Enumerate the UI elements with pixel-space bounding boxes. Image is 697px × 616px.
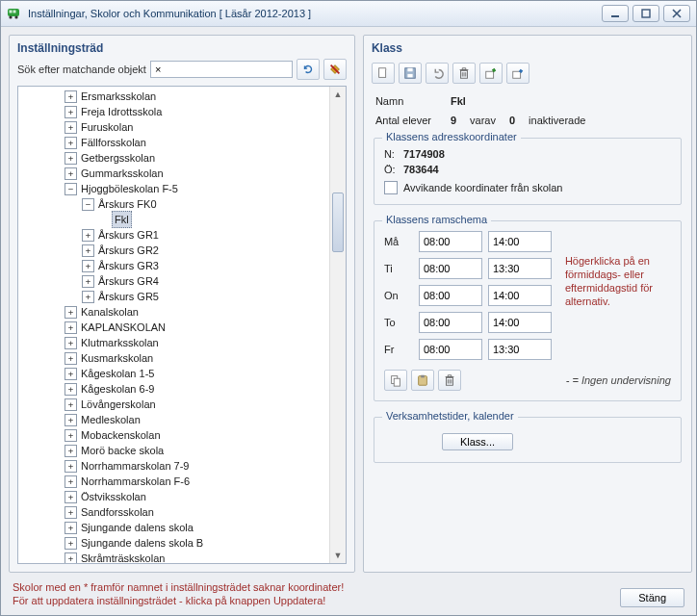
tree-item-label[interactable]: Hjoggböleskolan F-5 <box>79 181 180 196</box>
tree-scrollbar[interactable]: ▲ ▼ <box>329 87 346 563</box>
save-button[interactable] <box>399 63 422 84</box>
tree-item[interactable]: +Årskurs GR1 <box>18 227 346 243</box>
expand-icon[interactable]: + <box>65 368 77 380</box>
fr-pm-input[interactable] <box>488 339 552 360</box>
tree-item[interactable]: +Sjungande dalens skola B <box>18 535 346 551</box>
tree-item[interactable]: +Kanalskolan <box>18 304 346 320</box>
tree-item-label[interactable]: Norrhammarskolan 7-9 <box>79 458 191 474</box>
tree-item-label[interactable]: Kanalskolan <box>79 304 141 320</box>
ti-am-input[interactable] <box>419 258 482 279</box>
scroll-thumb[interactable] <box>332 192 344 252</box>
expand-icon[interactable]: + <box>65 90 77 103</box>
tree-item-label[interactable]: Furuskolan <box>79 119 135 135</box>
tree-item-label[interactable]: Sjungande dalens skola <box>79 520 195 535</box>
expand-icon[interactable]: + <box>65 506 77 519</box>
expand-icon[interactable]: + <box>65 537 77 550</box>
expand-icon[interactable]: + <box>82 275 94 288</box>
ma-pm-input[interactable] <box>488 231 552 252</box>
tree-item-label[interactable]: Getbergsskolan <box>79 150 157 166</box>
tree-item-label[interactable]: Norrhammarskolan F-6 <box>79 474 192 489</box>
on-am-input[interactable] <box>419 285 482 306</box>
tree-item-label[interactable]: KAPLANSKOLAN <box>79 320 168 335</box>
tree-item-label[interactable]: Kågeskolan 1-5 <box>79 366 156 381</box>
tree-item[interactable]: +Medleskolan <box>18 412 346 427</box>
tree-item[interactable]: +Årskurs GR4 <box>18 273 346 289</box>
maximize-button[interactable] <box>632 5 659 22</box>
tree-item[interactable]: +Freja Idrottsskola <box>18 104 346 119</box>
to-pm-input[interactable] <box>488 312 552 333</box>
tree-item[interactable]: +Mobackenskolan <box>18 427 346 443</box>
expand-icon[interactable]: + <box>65 383 77 396</box>
tree-item-label[interactable]: Årskurs GR5 <box>96 289 161 304</box>
delete-button[interactable] <box>452 63 476 84</box>
paste-schedule-button[interactable] <box>411 370 434 391</box>
expand-icon[interactable]: + <box>65 152 77 165</box>
tree-item[interactable]: Fkl <box>18 212 346 227</box>
tree-item[interactable]: +Gummarksskolan <box>18 166 346 181</box>
tree-item-label[interactable]: Östviksskolan <box>79 489 148 504</box>
collapse-icon[interactable]: − <box>82 198 94 211</box>
copy-schedule-button[interactable] <box>384 370 407 391</box>
export-button[interactable] <box>479 63 503 84</box>
deviating-checkbox[interactable] <box>384 181 398 194</box>
collapse-icon[interactable]: − <box>65 183 77 195</box>
tree-item[interactable]: +Kågeskolan 6-9 <box>18 381 346 397</box>
ma-am-input[interactable] <box>419 231 482 252</box>
close-button[interactable] <box>663 5 690 22</box>
expand-icon[interactable]: + <box>65 352 77 365</box>
tree-item-label[interactable]: Årskurs GR1 <box>96 227 161 243</box>
new-button[interactable] <box>372 63 395 84</box>
expand-icon[interactable]: + <box>65 475 77 488</box>
tree-item[interactable]: +Östviksskolan <box>18 489 346 504</box>
expand-icon[interactable]: + <box>65 121 77 134</box>
expand-icon[interactable]: + <box>65 552 77 564</box>
tree-item[interactable]: +Kågeskolan 1-5 <box>18 366 346 381</box>
tree-item[interactable]: +Norrhammarskolan F-6 <box>18 474 346 489</box>
tree-viewport[interactable]: +Ersmarksskolan+Freja Idrottsskola+Furus… <box>18 87 346 563</box>
tree-item[interactable]: +Lövångerskolan <box>18 397 346 412</box>
tree-item[interactable]: +Furuskolan <box>18 119 346 135</box>
tree-item[interactable]: −Årskurs FK0 <box>18 196 346 212</box>
tree-item-label[interactable]: Årskurs FK0 <box>96 196 159 212</box>
tree-item[interactable]: +Klutmarksskolan <box>18 335 346 350</box>
tree-item-label[interactable]: Gummarksskolan <box>79 166 166 181</box>
tree-item[interactable]: +Kusmarkskolan <box>18 350 346 366</box>
expand-icon[interactable]: + <box>65 321 77 334</box>
tree-item-label[interactable]: Sandforsskolan <box>79 504 156 520</box>
on-pm-input[interactable] <box>488 285 552 306</box>
tree-item-label[interactable]: Morö backe skola <box>79 443 166 458</box>
tree-item-label[interactable]: Fällforsskolan <box>79 135 148 150</box>
expand-icon[interactable]: + <box>65 445 77 457</box>
expand-icon[interactable]: + <box>65 460 77 473</box>
tree-item-label[interactable]: Årskurs GR4 <box>96 273 161 289</box>
tree-item-label[interactable]: Kågeskolan 6-9 <box>79 381 156 397</box>
class-calendar-button[interactable]: Klass... <box>442 433 513 450</box>
tree-item-label[interactable]: Freja Idrottsskola <box>79 104 164 119</box>
tree-item[interactable]: −Hjoggböleskolan F-5 <box>18 181 346 196</box>
tree-item[interactable]: +Skråmträskskolan <box>18 551 346 563</box>
tree-item[interactable]: +Morö backe skola <box>18 443 346 458</box>
expand-icon[interactable]: + <box>65 522 77 534</box>
tree-item[interactable]: +Årskurs GR5 <box>18 289 346 304</box>
import-button[interactable] <box>506 63 529 84</box>
expand-icon[interactable]: + <box>65 137 77 149</box>
expand-icon[interactable]: + <box>82 229 94 242</box>
expand-icon[interactable]: + <box>65 167 77 180</box>
tree-item[interactable]: +Årskurs GR3 <box>18 258 346 273</box>
tree-item[interactable]: +Sjungande dalens skola <box>18 520 346 535</box>
tree-item-label[interactable]: Årskurs GR3 <box>96 258 161 273</box>
tree-item-label[interactable]: Medleskolan <box>79 412 142 427</box>
expand-icon[interactable]: + <box>65 398 77 411</box>
undo-button[interactable] <box>426 63 449 84</box>
expand-icon[interactable]: + <box>65 491 77 503</box>
close-window-button[interactable]: Stäng <box>620 588 684 607</box>
minimize-button[interactable] <box>602 5 629 22</box>
tree-item-label[interactable]: Lövångerskolan <box>79 397 158 412</box>
refresh-button[interactable] <box>297 59 320 80</box>
tree-item[interactable]: +Fällforsskolan <box>18 135 346 150</box>
tree-item[interactable]: +KAPLANSKOLAN <box>18 320 346 335</box>
tree-item[interactable]: +Norrhammarskolan 7-9 <box>18 458 346 474</box>
tree-item-label[interactable]: Kusmarkskolan <box>79 350 155 366</box>
tree-item-label[interactable]: Sjungande dalens skola B <box>79 535 205 551</box>
ti-pm-input[interactable] <box>488 258 552 279</box>
